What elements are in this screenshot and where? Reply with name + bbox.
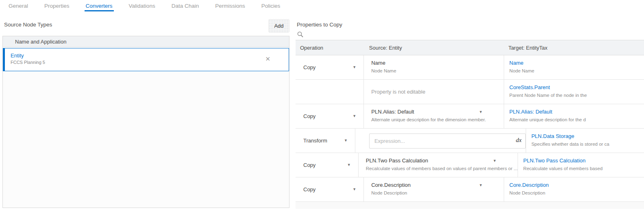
tab-properties[interactable]: Properties	[43, 0, 71, 11]
source-property-name: PLN.Alias: Default	[371, 109, 504, 115]
list-item-entity[interactable]: Entity FCCS Planning 5 ✕	[3, 48, 289, 71]
not-editable-note: Property is not editable	[371, 89, 425, 95]
expression-editor-icon[interactable]: dx	[516, 137, 522, 144]
source-property-name: Name	[371, 60, 504, 66]
chevron-down-icon: ▼	[344, 139, 348, 142]
column-header-source: Source: Entity	[362, 45, 503, 51]
tab-general[interactable]: General	[7, 0, 29, 11]
tab-validations[interactable]: Validations	[128, 0, 157, 11]
tab-data-chain[interactable]: Data Chain	[170, 0, 200, 11]
magnifier-glyph	[297, 31, 304, 38]
source-property-description: Alternate unique description for the dim…	[371, 117, 504, 122]
remove-icon[interactable]: ✕	[265, 56, 270, 62]
add-button[interactable]: Add	[268, 19, 289, 33]
operation-value: Copy	[303, 186, 315, 192]
column-header-target: Target: EntityTax	[503, 45, 644, 51]
target-property-description: Node Name	[509, 68, 644, 73]
target-property-link[interactable]: PLN.Alias: Default	[509, 109, 644, 115]
table-row: Copy ▼ Core.Description ▼ Node Descripti…	[296, 177, 644, 202]
target-property-description: Specifies whether data is stored or ca	[531, 142, 644, 147]
properties-to-copy-title: Properties to Copy	[296, 19, 644, 28]
table-row: Copy ▼ PLN.Two Pass Calculation ▼ Recalc…	[296, 153, 644, 177]
source-property-cell: Property is not editable	[364, 80, 504, 104]
node-type-name: Entity	[5, 48, 289, 59]
source-property-description: Recalculate values of members based on v…	[366, 166, 518, 171]
node-type-application: FCCS Planning 5	[5, 59, 289, 65]
column-header-operation: Operation	[296, 45, 362, 51]
operation-select[interactable]: Copy ▼	[296, 104, 364, 128]
chevron-down-icon: ▼	[352, 188, 356, 191]
next-row-partial	[296, 202, 644, 209]
target-property-link[interactable]: PLN.Data Storage	[531, 133, 644, 139]
tab-bar: General Properties Converters Validation…	[7, 0, 281, 11]
operation-select[interactable]: Transform ▼	[296, 129, 355, 153]
name-and-application-header: Name and Application	[3, 36, 289, 47]
target-property-cell: Core.Description Node Description	[504, 177, 644, 201]
tab-converters[interactable]: Converters	[85, 0, 114, 11]
target-property-description: Parent Node Name of the node in the	[509, 93, 644, 98]
target-property-cell: PLN.Alias: Default Alternate unique desc…	[504, 104, 644, 128]
target-property-link[interactable]: PLN.Two Pass Calculation	[523, 158, 644, 164]
table-row: Property is not editable CoreStats.Paren…	[296, 80, 644, 104]
source-property-description: Node Description	[371, 190, 504, 195]
source-property-select[interactable]: Core.Description ▼ Node Description	[364, 177, 504, 201]
chevron-down-icon: ▼	[352, 114, 356, 118]
operation-select[interactable]: Copy ▼	[296, 153, 359, 177]
source-property-select[interactable]: PLN.Two Pass Calculation ▼ Recalculate v…	[359, 153, 518, 177]
table-row: Copy ▼ PLN.Alias: Default ▼ Alternate un…	[296, 104, 644, 129]
chevron-down-icon: ▼	[479, 184, 483, 187]
target-property-cell: CoreStats.Parent Parent Node Name of the…	[504, 80, 644, 104]
source-property-select[interactable]: PLN.Alias: Default ▼ Alternate unique de…	[364, 104, 504, 128]
operation-cell-empty	[296, 80, 364, 104]
source-node-types-title: Source Node Types	[2, 19, 52, 28]
properties-table: Operation Source: Entity Target: EntityT…	[296, 40, 644, 209]
chevron-down-icon: ▼	[352, 66, 356, 69]
target-property-cell: PLN.Two Pass Calculation Recalculate val…	[518, 153, 644, 177]
source-expression-cell: dx	[355, 129, 526, 153]
source-property-cell: Name Node Name	[364, 55, 504, 79]
tab-policies[interactable]: Policies	[260, 0, 282, 11]
target-property-link[interactable]: Core.Description	[509, 182, 644, 188]
chevron-down-icon: ▼	[347, 163, 351, 167]
expression-input[interactable]	[369, 133, 526, 149]
target-property-description: Node Description	[509, 190, 644, 195]
target-property-link[interactable]: CoreStats.Parent	[509, 84, 644, 90]
target-property-cell: Name Node Name	[504, 55, 644, 79]
tab-permissions[interactable]: Permissions	[214, 0, 246, 11]
chevron-down-icon: ▼	[493, 159, 496, 163]
operation-select[interactable]: Copy ▼	[296, 55, 364, 79]
target-property-description: Recalculate values of members based	[523, 166, 644, 171]
target-property-description: Alternate unique description for the d	[509, 117, 644, 122]
operation-select[interactable]: Copy ▼	[296, 177, 364, 201]
source-node-types-panel: Source Node Types Add Name and Applicati…	[2, 19, 289, 210]
search-icon[interactable]	[296, 28, 644, 40]
source-property-name: Core.Description	[371, 182, 504, 188]
table-header-row: Operation Source: Entity Target: EntityT…	[296, 40, 644, 55]
operation-value: Copy	[303, 113, 315, 119]
operation-value: Copy	[303, 64, 315, 70]
table-row: Copy ▼ Name Node Name Name Node Name	[296, 55, 644, 80]
target-property-cell: PLN.Data Storage Specifies whether data …	[526, 129, 644, 153]
chevron-down-icon: ▼	[479, 110, 483, 114]
operation-value: Transform	[303, 138, 327, 144]
table-row: Transform ▼ dx PLN.Data Storage Specifie…	[296, 129, 644, 153]
target-property-link[interactable]: Name	[509, 60, 644, 66]
source-node-types-list: Name and Application Entity FCCS Plannin…	[2, 36, 289, 208]
source-property-description: Node Name	[371, 68, 504, 73]
properties-to-copy-panel: Properties to Copy Operation Source: Ent…	[296, 19, 644, 210]
operation-value: Copy	[303, 162, 315, 168]
